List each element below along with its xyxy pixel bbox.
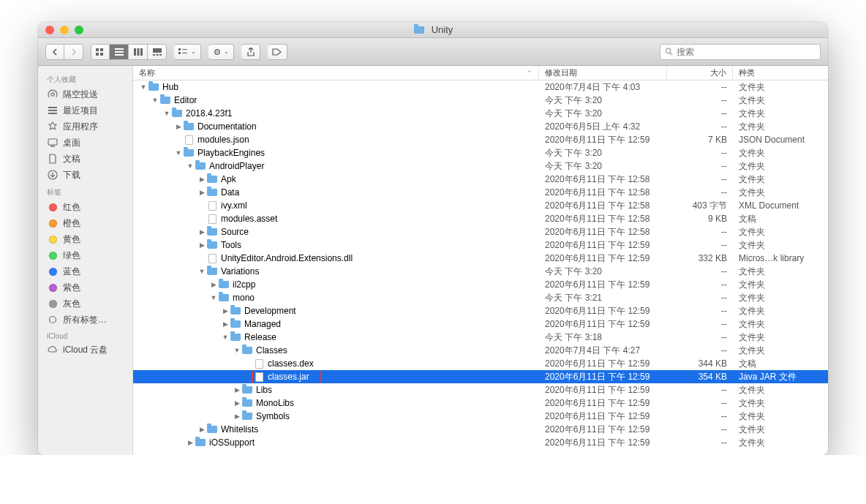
disclosure-triangle-icon[interactable]: ▶ (197, 176, 206, 183)
sidebar-item[interactable]: 最近项目 (38, 102, 132, 119)
disclosure-triangle-icon[interactable]: ▶ (209, 281, 218, 288)
file-row[interactable]: ▶Source2020年6月11日 下午 12:58--文件夹 (133, 225, 828, 238)
disclosure-triangle-icon[interactable]: ▶ (197, 426, 206, 433)
forward-button[interactable] (64, 44, 83, 60)
folder-icon (230, 318, 241, 330)
sidebar-item[interactable]: 灰色 (38, 296, 132, 312)
sidebar-item[interactable]: 下载 (38, 167, 132, 183)
file-row[interactable]: ▼AndroidPlayer今天 下午 3:20--文件夹 (133, 159, 828, 173)
search-input[interactable] (677, 47, 816, 57)
disclosure-triangle-icon[interactable]: ▼ (197, 268, 206, 275)
disclosure-triangle-icon[interactable]: ▼ (151, 97, 159, 104)
file-row[interactable]: modules.json2020年6月11日 下午 12:597 KBJSON … (133, 133, 828, 146)
gallery-view-button[interactable] (148, 44, 167, 60)
file-row[interactable]: ▶Development2020年6月11日 下午 12:59--文件夹 (133, 304, 828, 317)
file-row[interactable]: ▶Documentation2020年6月5日 上午 4:32--文件夹 (133, 120, 828, 133)
sidebar-item[interactable]: 文稿 (38, 151, 132, 167)
file-row[interactable]: ivy.xml2020年6月11日 下午 12:58403 字节XML Docu… (133, 199, 828, 212)
tags-button[interactable] (268, 44, 287, 60)
file-row[interactable]: ▼mono今天 下午 3:21--文件夹 (133, 291, 828, 304)
sidebar-item[interactable]: 黄色 (38, 231, 132, 247)
back-button[interactable] (45, 44, 64, 60)
dot-icon (47, 249, 59, 261)
disclosure-triangle-icon[interactable]: ▶ (174, 123, 183, 130)
view-buttons (91, 44, 167, 60)
svg-rect-25 (48, 113, 57, 114)
column-view-button[interactable] (129, 44, 148, 60)
disclosure-triangle-icon[interactable]: ▶ (233, 386, 241, 394)
svg-rect-13 (159, 54, 162, 56)
file-size: -- (667, 82, 733, 92)
file-row[interactable]: classes.jar2020年6月11日 下午 12:59354 KBJava… (133, 370, 828, 383)
disclosure-triangle-icon[interactable]: ▶ (233, 413, 241, 420)
file-icon (206, 200, 218, 211)
file-row[interactable]: ▶il2cpp2020年6月11日 下午 12:59--文件夹 (133, 278, 828, 291)
list-view-button[interactable] (110, 44, 129, 60)
sidebar-item[interactable]: 应用程序 (38, 119, 132, 135)
file-row[interactable]: ▶Whitelists2020年6月11日 下午 12:59--文件夹 (133, 423, 828, 436)
close-button[interactable] (45, 26, 54, 34)
sidebar-item[interactable]: 橙色 (38, 215, 132, 231)
file-row[interactable]: ▼2018.4.23f1今天 下午 3:20--文件夹 (133, 107, 828, 120)
sidebar-item-label: 隔空投送 (63, 89, 98, 101)
sidebar-item[interactable]: 红色 (38, 199, 132, 215)
disclosure-triangle-icon[interactable]: ▼ (139, 83, 148, 91)
sidebar-item[interactable]: 紫色 (38, 279, 132, 296)
svg-rect-26 (48, 139, 57, 145)
disclosure-triangle-icon[interactable]: ▼ (221, 334, 230, 341)
file-list[interactable]: ▼Hub2020年7月4日 下午 4:03--文件夹▼Editor今天 下午 3… (133, 80, 828, 455)
file-row[interactable]: ▶Managed2020年6月11日 下午 12:59--文件夹 (133, 317, 828, 331)
search-field[interactable] (660, 44, 821, 60)
disclosure-triangle-icon[interactable]: ▼ (233, 347, 241, 354)
disclosure-triangle-icon[interactable]: ▶ (197, 228, 206, 236)
disclosure-triangle-icon[interactable]: ▶ (233, 399, 241, 407)
file-row[interactable]: ▶Data2020年6月11日 下午 12:58--文件夹 (133, 186, 828, 199)
column-date[interactable]: 修改日期 (539, 66, 667, 80)
file-row[interactable]: ▼Release今天 下午 3:18--文件夹 (133, 331, 828, 344)
sidebar-item[interactable]: 绿色 (38, 247, 132, 263)
action-button[interactable]: ⌄ (208, 44, 234, 60)
disclosure-triangle-icon[interactable]: ▶ (197, 189, 206, 196)
disclosure-triangle-icon[interactable]: ▼ (209, 294, 218, 301)
sidebar-item[interactable]: 所有标签… (38, 312, 132, 328)
file-row[interactable]: ▼Classes2020年7月4日 下午 4:27--文件夹 (133, 344, 828, 357)
file-row[interactable]: classes.dex2020年6月11日 下午 12:59344 KB文稿 (133, 357, 828, 370)
file-row[interactable]: ▼Editor今天 下午 3:20--文件夹 (133, 94, 828, 107)
sidebar-item[interactable]: 隔空投送 (38, 86, 132, 102)
column-kind[interactable]: 种类 (733, 66, 828, 80)
disclosure-triangle-icon[interactable]: ▶ (186, 439, 195, 446)
file-row[interactable]: UnityEditor.Android.Extensions.dll2020年6… (133, 252, 828, 265)
disclosure-triangle-icon[interactable]: ▶ (221, 320, 230, 328)
file-row[interactable]: ▶iOSSupport2020年6月11日 下午 12:59--文件夹 (133, 436, 828, 449)
file-row[interactable]: ▶Libs2020年6月11日 下午 12:59--文件夹 (133, 383, 828, 396)
file-date: 2020年6月11日 下午 12:59 (539, 384, 667, 396)
column-size[interactable]: 大小 (667, 66, 733, 80)
file-row[interactable]: modules.asset2020年6月11日 下午 12:589 KB文稿 (133, 212, 828, 225)
share-button[interactable] (241, 44, 260, 60)
disclosure-triangle-icon[interactable]: ▼ (162, 110, 171, 117)
disclosure-triangle-icon[interactable]: ▼ (174, 149, 183, 157)
maximize-button[interactable] (75, 26, 83, 34)
sidebar-item[interactable]: iCloud 云盘 (38, 342, 132, 358)
sidebar-item[interactable]: 蓝色 (38, 263, 132, 279)
window-title: Unity (38, 24, 828, 36)
minimize-button[interactable] (60, 26, 69, 34)
disclosure-triangle-icon[interactable]: ▶ (197, 241, 206, 249)
column-name[interactable]: 名称⌃ (133, 66, 539, 80)
file-name: Documentation (197, 121, 257, 132)
icon-view-button[interactable] (91, 44, 110, 60)
file-row[interactable]: ▼Hub2020年7月4日 下午 4:03--文件夹 (133, 80, 828, 94)
sidebar-item[interactable]: 桌面 (38, 135, 132, 151)
file-row[interactable]: ▶Apk2020年6月11日 下午 12:58--文件夹 (133, 173, 828, 186)
file-row[interactable]: ▶Symbols2020年6月11日 下午 12:59--文件夹 (133, 410, 828, 423)
sidebar-item-label: 黄色 (63, 233, 80, 246)
file-row[interactable]: ▶MonoLibs2020年6月11日 下午 12:59--文件夹 (133, 396, 828, 410)
file-row[interactable]: ▼Variations今天 下午 3:20--文件夹 (133, 265, 828, 278)
sidebar: 个人收藏隔空投送最近项目应用程序桌面文稿下载标签红色橙色黄色绿色蓝色紫色灰色所有… (38, 66, 133, 455)
file-row[interactable]: ▼PlaybackEngines今天 下午 3:20--文件夹 (133, 146, 828, 159)
disclosure-triangle-icon[interactable]: ▶ (221, 307, 230, 315)
group-button[interactable]: ⌄ (174, 44, 201, 60)
file-row[interactable]: ▶Tools2020年6月11日 下午 12:59--文件夹 (133, 238, 828, 252)
file-size: -- (667, 95, 733, 105)
disclosure-triangle-icon[interactable]: ▼ (186, 162, 195, 170)
